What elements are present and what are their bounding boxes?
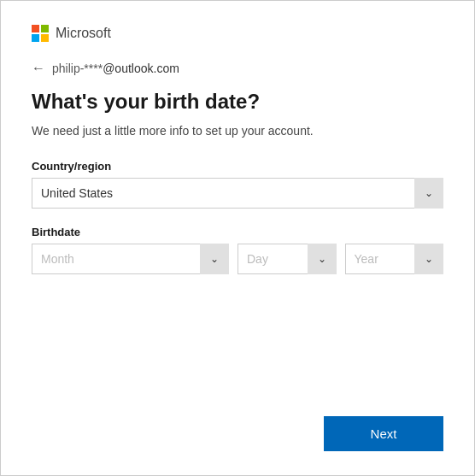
back-row: ← philip-****@outlook.com	[32, 61, 443, 76]
ms-logo-yellow	[41, 34, 49, 42]
ms-logo-green	[41, 25, 49, 32]
next-button[interactable]: Next	[324, 416, 443, 451]
country-label: Country/region	[32, 160, 443, 173]
main-window: Microsoft ← philip-****@outlook.com What…	[0, 0, 475, 476]
country-select-wrapper: United States Canada United Kingdom Aust…	[32, 178, 443, 209]
email-masked: philip-****	[52, 62, 103, 75]
birthdate-row: Month JanuaryFebruaryMarch AprilMayJune …	[32, 244, 443, 274]
month-select-wrapper: Month JanuaryFebruaryMarch AprilMayJune …	[32, 244, 229, 274]
ms-logo-grid	[32, 25, 49, 42]
button-row: Next	[32, 399, 443, 451]
year-select-wrapper: Year 2024202320102000 1990198019701960 1…	[345, 244, 444, 274]
ms-brand-name: Microsoft	[56, 26, 111, 41]
month-select[interactable]: Month JanuaryFebruaryMarch AprilMayJune …	[32, 244, 229, 274]
email-domain: @outlook.com	[103, 62, 179, 75]
day-select-wrapper: Day 12345 678910 1112131415 1617181920 2…	[238, 244, 337, 274]
ms-logo: Microsoft	[32, 25, 443, 42]
birthdate-label: Birthdate	[32, 226, 443, 238]
day-select[interactable]: Day 12345 678910 1112131415 1617181920 2…	[238, 244, 337, 274]
back-arrow[interactable]: ←	[32, 61, 45, 76]
ms-logo-blue	[32, 34, 39, 42]
year-select[interactable]: Year 2024202320102000 1990198019701960 1…	[345, 244, 444, 274]
page-title: What's your birth date?	[32, 90, 443, 115]
country-select[interactable]: United States Canada United Kingdom Aust…	[32, 178, 443, 209]
email-display: philip-****@outlook.com	[52, 62, 179, 75]
page-subtitle: We need just a little more info to set u…	[32, 123, 443, 140]
ms-logo-red	[32, 25, 39, 32]
